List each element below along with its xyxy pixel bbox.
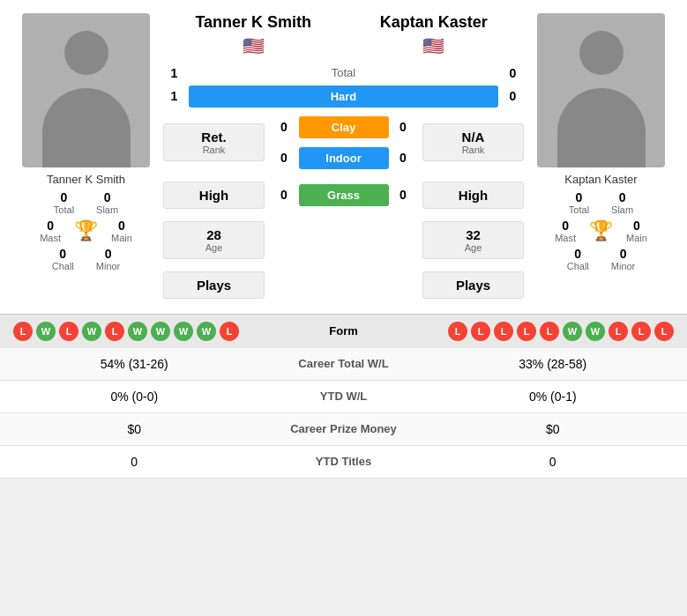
right-player-name-header: Kaptan Kaster [344,13,525,33]
right-minor-label: Minor [611,261,636,271]
right-main-value: 0 [633,219,640,233]
form-section: LWLWLWWWWL Form LLLLLWWLLL [0,314,687,348]
right-avatar-body [557,88,646,167]
total-right-score: 0 [502,66,524,80]
form-right-badge-2: L [494,322,513,341]
form-left: LWLWLWWWWL [13,322,287,341]
right-player-avatar [537,13,665,167]
right-age-box: 32 Age [422,221,524,259]
left-total-value: 0 [61,190,68,204]
stats-row-3: 0 YTD Titles 0 [0,446,687,479]
form-right-badge-6: W [586,322,605,341]
stats-right-val-0: 33% (28-58) [432,357,675,371]
indoor-surface-tag: Indoor [299,147,389,169]
right-mast-label: Mast [555,233,576,243]
stats-right-val-3: 0 [432,455,675,469]
form-right-badge-7: L [609,322,628,341]
right-mast-stat: 0 Mast [555,219,576,243]
left-mast-value: 0 [47,219,54,233]
right-trophy-icon: 🏆 [589,219,613,242]
form-right-badge-0: L [448,322,467,341]
form-left-badge-2: L [59,322,78,341]
right-total-stat: 0 Total [569,190,589,215]
right-player-name: Kaptan Kaster [564,173,637,186]
left-age-label: Age [205,242,223,253]
left-avatar-head [64,31,108,75]
form-center-label: Form [291,324,397,338]
left-age-box: 28 Age [163,221,265,259]
right-plays-value: Plays [456,278,490,293]
form-right-badge-8: L [631,322,651,341]
grass-surface-tag: Grass [299,184,389,206]
hard-score-row: 1 Hard 0 [163,85,524,108]
hard-left-score: 1 [163,89,185,103]
form-left-badge-8: W [197,322,216,341]
clay-score-row: 0 Clay 0 [273,116,414,138]
left-minor-label: Minor [96,261,121,271]
form-left-badge-3: W [82,322,101,341]
form-right-badge-3: L [517,322,536,341]
stats-row-0: 54% (31-26) Career Total W/L 33% (28-58) [0,348,687,381]
left-player-flag: 🇺🇸 [163,35,344,56]
stats-table: 54% (31-26) Career Total W/L 33% (28-58)… [0,348,687,479]
form-left-badge-6: W [151,322,170,341]
left-rank-value: Ret. [201,130,226,145]
form-left-badge-7: W [174,322,193,341]
left-slam-label: Slam [96,204,118,215]
indoor-left-score: 0 [273,151,295,165]
right-main-label: Main [626,233,647,243]
left-total-stat: 0 Total [54,190,74,215]
left-chall-label: Chall [52,261,74,271]
stats-label-3: YTD Titles [256,455,432,468]
stats-left-val-1: 0% (0-0) [13,390,256,404]
right-high-value: High [459,188,488,203]
total-score-row: 1 Total 0 [163,66,524,80]
left-player-name: Tanner K Smith [47,173,125,186]
right-age-label: Age [465,242,482,253]
right-minor-stat: 0 Minor [611,247,636,271]
left-chall-stat: 0 Chall [52,247,74,271]
grass-left-score: 0 [273,188,295,202]
form-left-badge-0: L [13,322,33,341]
right-total-label: Total [569,204,589,215]
left-player-name-header: Tanner K Smith [163,13,344,33]
clay-right-score: 0 [392,120,414,134]
form-left-badge-4: L [105,322,124,341]
form-left-badge-5: W [128,322,147,341]
grass-right-score: 0 [392,188,414,202]
left-slam-value: 0 [104,190,111,204]
form-right: LLLLLWWLLL [401,322,675,341]
right-rank-value: N/A [462,130,485,145]
right-mast-value: 0 [562,219,569,233]
top-section: Tanner K Smith 0 Total 0 Slam 0 Mast 🏆 [0,0,687,314]
form-right-badge-9: L [654,322,674,341]
right-age-value: 32 [466,227,481,242]
left-mast-label: Mast [40,233,61,243]
left-trophy-icon: 🏆 [74,219,98,242]
stats-left-val-2: $0 [13,422,256,436]
right-slam-label: Slam [611,204,633,215]
left-slam-stat: 0 Slam [96,190,118,215]
grass-score-row: 0 Grass 0 [273,184,414,206]
stats-label-2: Career Prize Money [256,422,432,435]
right-main-stat: 0 Main [626,219,647,243]
left-main-stat: 0 Main [111,219,132,243]
left-rank-label: Rank [203,145,226,155]
form-right-badge-1: L [471,322,490,341]
stats-row-1: 0% (0-0) YTD W/L 0% (0-1) [0,381,687,413]
main-container: Tanner K Smith 0 Total 0 Slam 0 Mast 🏆 [0,0,687,479]
left-high-box: High [163,182,265,209]
left-mast-stat: 0 Mast [40,219,61,243]
left-main-value: 0 [118,219,125,233]
right-high-box: High [422,182,524,209]
left-total-label: Total [54,204,74,215]
right-plays-box: Plays [422,271,524,299]
left-plays-value: Plays [197,278,231,293]
right-rank-box: N/A Rank [422,123,524,161]
stats-left-val-0: 54% (31-26) [13,357,256,371]
total-label: Total [185,66,502,79]
right-minor-value: 0 [620,247,627,261]
left-rank-box: Ret. Rank [163,123,265,161]
right-slam-value: 0 [619,190,626,204]
clay-surface-tag: Clay [299,116,389,138]
